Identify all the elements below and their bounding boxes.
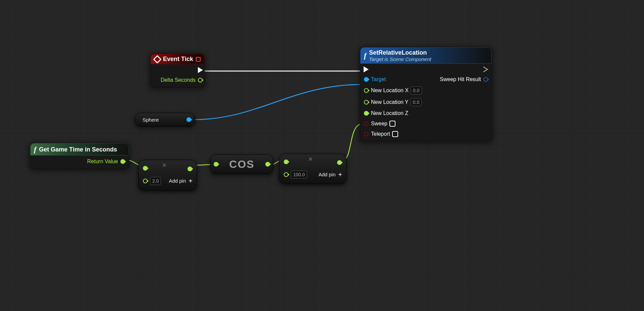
node-title: Get Game Time in Seconds — [39, 146, 117, 153]
mul1-out[interactable] — [187, 166, 193, 172]
plus-icon: + — [188, 178, 193, 184]
node-multiply-1[interactable]: × 2.0 Add pin + — [138, 160, 197, 191]
plus-icon: + — [337, 171, 342, 178]
function-icon: f — [34, 145, 36, 154]
node-title: SetRelativeLocation — [369, 49, 427, 56]
node-header[interactable]: f Get Game Time in Seconds — [30, 143, 129, 156]
sphere-out-pin[interactable] — [186, 117, 192, 122]
sweep-checkbox[interactable] — [389, 121, 395, 127]
newx-value[interactable]: 0.0 — [411, 86, 422, 95]
node-get-game-time[interactable]: f Get Game Time in Seconds Return Value — [30, 143, 129, 169]
cos-label: COS — [229, 158, 254, 171]
pin-label: Sweep Hit Result — [440, 76, 481, 83]
pin-label: Return Value — [87, 158, 118, 165]
mul1-in-a[interactable] — [143, 166, 161, 171]
cos-in[interactable] — [213, 162, 219, 167]
remove-pin-icon[interactable]: × — [162, 161, 166, 170]
exec-out-pin[interactable] — [483, 66, 488, 72]
pin-label: New Location Y — [371, 99, 409, 106]
pin-label: New Location Z — [371, 110, 408, 117]
blueprint-canvas[interactable]: Event Tick Delta Seconds f Get Game Time… — [0, 0, 644, 311]
node-sphere-variable[interactable]: Sphere — [135, 113, 195, 126]
pin-label: Delta Seconds — [161, 77, 196, 83]
delta-seconds-pin[interactable]: Delta Seconds — [161, 77, 203, 83]
new-location-z-pin[interactable]: New Location Z — [364, 110, 408, 117]
node-header[interactable]: f SetRelativeLocation Target is Scene Co… — [360, 47, 492, 64]
function-icon: f — [364, 51, 366, 60]
node-subtitle: Target is Scene Component — [369, 56, 431, 62]
cos-out[interactable] — [265, 162, 270, 167]
mul2-add-pin[interactable]: Add pin + — [318, 171, 342, 178]
pin-label: Target — [371, 76, 386, 83]
mul1-val-b[interactable]: 2.0 — [150, 177, 161, 185]
mul2-in-b[interactable]: 100.0 — [283, 171, 307, 179]
mul2-val-b[interactable]: 100.0 — [291, 171, 307, 179]
node-header[interactable]: Event Tick — [151, 54, 204, 64]
newy-value[interactable]: 0.0 — [411, 98, 422, 106]
mul1-add-pin[interactable]: Add pin + — [169, 178, 193, 184]
mul2-out[interactable] — [337, 160, 342, 165]
mul1-in-b[interactable]: 2.0 — [143, 177, 161, 185]
target-pin[interactable]: Target — [364, 76, 386, 83]
new-location-y-pin[interactable]: New Location Y 0.0 — [364, 98, 422, 106]
exec-out-pin[interactable] — [198, 67, 203, 73]
delegate-pin[interactable] — [196, 57, 201, 62]
node-set-relative-location[interactable]: f SetRelativeLocation Target is Scene Co… — [360, 47, 492, 141]
pin-label: Sweep — [371, 120, 387, 127]
sweep-hit-result-pin[interactable]: Sweep Hit Result — [440, 76, 488, 83]
event-icon — [153, 55, 161, 63]
mul2-in-a[interactable] — [283, 159, 307, 165]
exec-in-pin[interactable] — [364, 66, 369, 72]
node-title: Event Tick — [163, 56, 193, 63]
pin-label: Teleport — [371, 131, 390, 137]
return-value-pin[interactable]: Return Value — [87, 158, 125, 165]
variable-label: Sphere — [143, 117, 159, 123]
pin-label: New Location X — [371, 87, 409, 94]
node-cos[interactable]: COS — [210, 154, 273, 174]
node-event-tick[interactable]: Event Tick Delta Seconds — [150, 53, 205, 87]
teleport-checkbox[interactable] — [392, 131, 398, 137]
sweep-pin[interactable]: Sweep — [364, 120, 395, 127]
teleport-pin[interactable]: Teleport — [364, 131, 398, 137]
remove-pin-icon[interactable]: × — [308, 155, 313, 164]
node-multiply-2[interactable]: × 100.0 Add pin + — [279, 154, 346, 184]
new-location-x-pin[interactable]: New Location X 0.0 — [364, 86, 422, 95]
